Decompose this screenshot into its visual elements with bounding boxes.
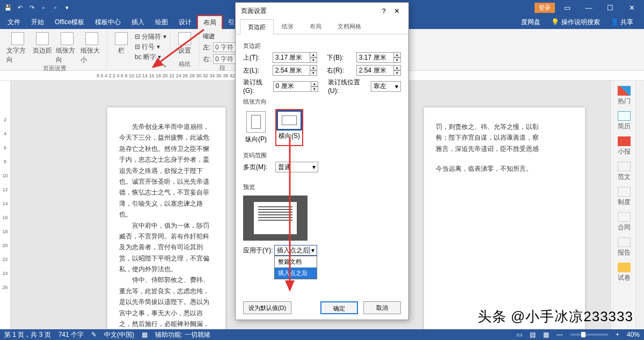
dialog-tab-paper[interactable]: 纸张 bbox=[274, 19, 302, 34]
tab-design[interactable]: 设计 bbox=[173, 16, 197, 29]
orientation-portrait[interactable]: 纵向(P) bbox=[243, 109, 269, 146]
side-exam[interactable]: 试卷 bbox=[615, 261, 633, 285]
undo-icon[interactable]: ↶ bbox=[15, 3, 25, 12]
help-icon[interactable]: ? bbox=[377, 7, 390, 15]
tab-layout[interactable]: 布局 bbox=[197, 15, 223, 30]
paragraph[interactable]: 罚，则责攸之、祎、允等之慢，以彰 bbox=[436, 121, 573, 132]
vertical-ruler[interactable]: 2468101214161820222426 bbox=[0, 81, 11, 329]
paragraph[interactable]: 先帝创业未半而中道崩殂，今天下三分，益州疲弊，此诚危急存亡之秋也。然侍卫之臣不懈… bbox=[119, 121, 214, 220]
input-gutter[interactable]: 0 厘米 bbox=[273, 81, 311, 92]
cancel-button[interactable]: 取消 bbox=[363, 301, 401, 314]
redo-icon[interactable]: ↷ bbox=[27, 3, 36, 12]
document-page[interactable]: 先帝创业未半而中道崩殂，今天下三分，益州疲弊，此诚危急存亡之秋也。然侍卫之臣不懈… bbox=[107, 107, 225, 329]
set-default-button[interactable]: 设为默认值(D) bbox=[243, 301, 291, 314]
side-essay[interactable]: 范文 bbox=[615, 160, 633, 184]
margins-button[interactable]: 页边距 bbox=[31, 32, 54, 55]
spin-down-icon[interactable]: ▾ bbox=[310, 57, 317, 63]
status-a11y-icon[interactable]: ▦ bbox=[142, 331, 148, 338]
select-gutter-pos[interactable]: 靠左▾ bbox=[371, 81, 401, 92]
hyphenation-button[interactable]: bc 断字 ▾ bbox=[135, 53, 166, 62]
tab-insert[interactable]: 插入 bbox=[126, 16, 150, 29]
view-print-icon[interactable]: ▤ bbox=[530, 331, 536, 338]
side-contract[interactable]: 合同 bbox=[615, 210, 633, 234]
spin-down-icon[interactable]: ▾ bbox=[310, 70, 317, 76]
watermark-settings-button[interactable]: 设置 bbox=[173, 32, 196, 55]
qat-icon[interactable]: ▫ bbox=[50, 3, 60, 12]
preview-pane bbox=[243, 196, 308, 241]
size-button[interactable]: 纸张大小 bbox=[80, 32, 103, 64]
label-gutter: 装订线(G): bbox=[243, 78, 273, 95]
label-gutter-pos: 装订线位置(U): bbox=[328, 78, 371, 95]
dropdown-option-after-cursor[interactable]: 插入点之后 bbox=[275, 267, 317, 279]
tab-baidu-disk[interactable]: 度网盘 bbox=[516, 16, 546, 29]
dialog-close-icon[interactable]: ✕ bbox=[390, 7, 403, 15]
ribbon-options-icon[interactable]: ▭ bbox=[558, 4, 576, 12]
status-words[interactable]: 741 个字 bbox=[58, 330, 84, 339]
close-icon[interactable]: ✕ bbox=[623, 4, 641, 12]
spin-up-icon[interactable]: ▴ bbox=[393, 65, 401, 70]
dialog-tab-layout[interactable]: 布局 bbox=[302, 19, 330, 34]
tab-file[interactable]: 文件 bbox=[2, 16, 26, 29]
tell-me[interactable]: 💡 操作说明搜索 bbox=[546, 16, 605, 29]
status-page[interactable]: 第 1 页，共 3 页 bbox=[4, 330, 51, 339]
minimize-icon[interactable]: — bbox=[580, 4, 598, 12]
zoom-slider[interactable] bbox=[570, 334, 608, 336]
text-direction-button[interactable]: 文字方向 bbox=[6, 32, 29, 64]
view-read-icon[interactable]: ▭ bbox=[516, 331, 522, 338]
select-multi[interactable]: 普通▾ bbox=[275, 162, 318, 172]
dialog-tab-grid[interactable]: 文档网格 bbox=[330, 19, 369, 34]
input-right[interactable]: 2.54 厘米 bbox=[356, 65, 394, 76]
qat-icon[interactable]: ▫ bbox=[39, 3, 48, 12]
line-numbers-button[interactable]: ⊟ 行号 ▾ bbox=[135, 42, 166, 52]
orientation-button[interactable]: 纸张方向 bbox=[56, 32, 78, 64]
tab-template-center[interactable]: 模板中心 bbox=[90, 16, 126, 29]
spin-up-icon[interactable]: ▴ bbox=[310, 52, 317, 57]
select-apply-to[interactable]: 插入点之后▾ bbox=[274, 245, 317, 256]
status-proofing-icon[interactable]: ✎ bbox=[91, 331, 97, 338]
breaks-button[interactable]: ⊟ 分隔符 ▾ bbox=[135, 32, 166, 41]
tab-office-template[interactable]: Office模板 bbox=[49, 16, 90, 29]
status-a11y[interactable]: 辅助功能: 一切就绪 bbox=[155, 330, 210, 339]
vertical-scrollbar[interactable] bbox=[635, 81, 644, 328]
spin-up-icon[interactable]: ▴ bbox=[310, 65, 317, 70]
spin-down-icon[interactable]: ▾ bbox=[393, 57, 401, 63]
paragraph[interactable]: 宫中府中，俱为一体，陟罚臧否，不宜异同。若有作奸犯科及为忠善者，宜付有司论其刑赏… bbox=[119, 220, 214, 275]
spin-up-icon[interactable]: ▴ bbox=[393, 52, 401, 57]
side-news[interactable]: 小报 bbox=[615, 134, 633, 158]
paragraph[interactable]: 雅言，深追先帝遗诏，臣不胜受恩感 bbox=[436, 143, 573, 154]
zoom-out-icon[interactable]: — bbox=[557, 331, 563, 338]
save-icon[interactable]: 💾 bbox=[3, 3, 13, 12]
dialog-tab-margins[interactable]: 页边距 bbox=[240, 19, 274, 34]
side-resume[interactable]: 简历 bbox=[615, 109, 633, 133]
tab-draw[interactable]: 绘图 bbox=[150, 16, 173, 29]
view-web-icon[interactable]: ▦ bbox=[543, 331, 549, 338]
spin-down-icon[interactable]: ▾ bbox=[311, 86, 318, 92]
side-hot[interactable]: 热门 bbox=[615, 84, 633, 108]
input-bottom[interactable]: 3.17 厘米 bbox=[356, 52, 394, 63]
share-button[interactable]: 👤 共享 bbox=[605, 16, 639, 29]
document-page[interactable]: 罚，则责攸之、祎、允等之慢，以彰 咎；陛下亦宜自谋，以咨诹善道，察 雅言，深追先… bbox=[424, 107, 585, 329]
maximize-icon[interactable]: ☐ bbox=[601, 4, 619, 12]
ok-button[interactable]: 确定 bbox=[320, 301, 358, 314]
login-button[interactable]: 登录 bbox=[535, 3, 555, 13]
zoom-value[interactable]: 40% bbox=[627, 331, 640, 338]
orientation-landscape[interactable]: 横向(S) bbox=[275, 109, 303, 146]
input-left[interactable]: 2.54 厘米 bbox=[273, 65, 310, 76]
watermark-text: 头条 @小手冰凉233333 bbox=[478, 307, 633, 326]
side-report[interactable]: 报告 bbox=[615, 235, 633, 259]
side-rule[interactable]: 制度 bbox=[615, 185, 633, 209]
status-lang[interactable]: 中文(中国) bbox=[104, 330, 134, 339]
paragraph[interactable]: 今当远离，临表涕零，不知所言。 bbox=[436, 163, 573, 174]
columns-button[interactable]: 栏 bbox=[110, 32, 133, 55]
spin-down-icon[interactable]: ▾ bbox=[393, 70, 401, 76]
dialog-launcher-icon[interactable]: ↘ bbox=[162, 62, 166, 70]
qat-dropdown-icon[interactable]: ▾ bbox=[62, 3, 72, 12]
tab-home[interactable]: 开始 bbox=[26, 16, 49, 29]
input-top[interactable]: 3.17 厘米 bbox=[273, 52, 310, 63]
dropdown-option-whole-doc[interactable]: 整篇文档 bbox=[275, 256, 317, 267]
zoom-in-icon[interactable]: + bbox=[616, 331, 619, 338]
paragraph[interactable]: 咎；陛下亦宜自谋，以咨诹善道，察 bbox=[436, 132, 573, 143]
paragraph[interactable]: 侍中、侍郎郭攸之、费祎、董允等，此皆良实，志虑忠纯，是以先帝简拔以遗陛下。愚以为… bbox=[119, 274, 214, 329]
label-apply-to: 应用于(Y): bbox=[243, 246, 274, 255]
spin-up-icon[interactable]: ▴ bbox=[311, 81, 318, 86]
